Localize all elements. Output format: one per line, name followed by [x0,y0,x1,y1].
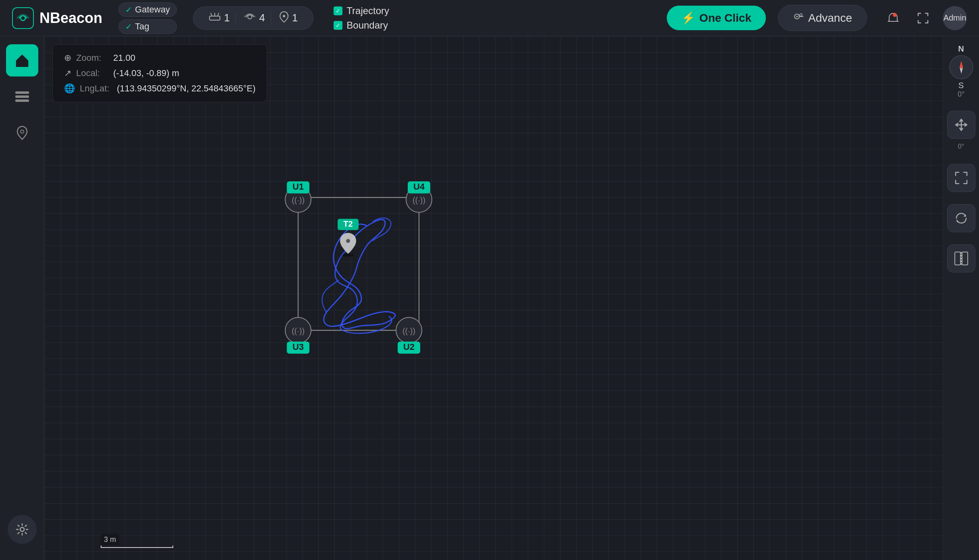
tag-badge: ✓ Tag [118,19,177,34]
tag-device-icon [279,11,289,25]
app-title: NBeacon [39,10,102,27]
svg-point-43 [342,254,354,257]
svg-text:U1: U1 [292,182,304,192]
svg-point-17 [21,130,24,133]
scale-bar: 3 m [101,534,173,548]
local-label: Local: [76,68,108,79]
svg-text:U4: U4 [413,182,425,192]
svg-marker-44 [960,61,963,69]
compass-area: N S 0° [949,44,973,99]
boundary-checkbox[interactable]: ✓ [334,21,342,30]
svg-text:((·)): ((·)) [413,196,425,205]
compass-north-label: N [958,44,964,54]
svg-text:U2: U2 [403,342,415,352]
svg-rect-16 [15,99,29,102]
scale-label: 3 m [101,534,119,546]
svg-point-5 [248,15,252,19]
svg-line-4 [218,13,219,16]
svg-rect-1 [209,16,220,20]
svg-point-6 [283,15,285,17]
device-counters: 1 4 1 [193,6,313,30]
fit-button[interactable] [947,164,975,192]
svg-text:((·)): ((·)) [292,326,305,335]
move-tool-button[interactable] [947,111,975,139]
svg-rect-48 [955,252,960,265]
trajectory-label: Trajectory [346,5,389,17]
one-click-label: One Click [699,12,751,25]
trajectory-checkbox[interactable]: ✓ [334,6,342,15]
map-area[interactable]: ⊕ Zoom: 21.00 ↗ Local: (-14.03, -0.89) m… [44,36,943,560]
svg-point-12 [893,13,897,17]
sidebar-settings-button[interactable] [8,515,37,544]
sidebar-item-map[interactable] [6,117,38,149]
boundary-label: Boundary [346,20,388,31]
notification-button[interactable] [883,8,903,28]
map-options: ✓ Trajectory ✓ Boundary [334,5,389,31]
tag-count: 1 [292,12,298,24]
one-click-button[interactable]: ⚡ One Click [667,6,766,30]
tag-check-icon: ✓ [125,22,132,31]
sidebar-item-list[interactable] [6,81,38,113]
router-icon [209,12,221,24]
scale-line [101,546,173,548]
tag-label: Tag [135,21,149,32]
local-value: (-14.03, -0.89) m [113,68,179,79]
sidebar-item-home[interactable] [6,44,38,76]
user-avatar[interactable]: Admin [943,6,967,30]
fullscreen-button[interactable] [913,8,933,28]
svg-rect-14 [15,91,29,94]
svg-marker-47 [957,220,959,222]
map-svg: ((·)) U1 ((·)) U4 ((·)) U3 ((·)) U2 T2 [44,36,943,560]
header: NBeacon ✓ Gateway ✓ Tag 1 [0,0,979,36]
compass-south-label: S [958,81,964,90]
anchor-icon [244,11,256,25]
trajectory-option[interactable]: ✓ Trajectory [334,5,389,17]
advance-label: Advance [808,12,852,25]
svg-point-8 [796,16,798,17]
router-counter: 1 [203,12,236,24]
local-row: ↗ Local: (-14.03, -0.89) m [64,68,255,79]
svg-text:U3: U3 [292,342,304,352]
right-panel: N S 0° 0° [943,36,979,560]
svg-text:((·)): ((·)) [292,196,305,205]
svg-rect-15 [15,95,29,98]
lnglat-row: 🌐 LngLat: (113.94350299°N, 22.54843665°E… [64,83,255,94]
svg-point-18 [20,527,24,531]
advance-button[interactable]: Advance [778,5,867,31]
svg-rect-19 [298,198,419,331]
advance-icon [793,11,804,25]
status-badges: ✓ Gateway ✓ Tag [118,2,177,34]
lnglat-value: (113.94350299°N, 22.54843665°E) [117,83,255,94]
svg-point-10 [800,14,802,16]
boundary-option[interactable]: ✓ Boundary [334,20,389,31]
svg-text:T2: T2 [343,219,353,228]
sidebar [0,36,44,560]
svg-rect-13 [20,63,24,66]
zoom-value: 21.00 [113,53,135,63]
zoom-row: ⊕ Zoom: 21.00 [64,53,255,63]
svg-text:((·)): ((·)) [402,326,415,335]
header-icons: Admin [883,6,967,30]
logo-icon [12,7,34,29]
split-button[interactable] [947,244,975,273]
refresh-button[interactable] [947,204,975,232]
zoom-icon: ⊕ [64,53,71,63]
compass-indicator[interactable] [949,55,973,79]
tag-counter: 1 [274,11,303,25]
main-layout: ⊕ Zoom: 21.00 ↗ Local: (-14.03, -0.89) m… [0,36,979,560]
lightning-icon: ⚡ [681,11,695,25]
svg-rect-49 [962,252,968,265]
anchor-count: 4 [259,12,265,24]
logo-area: NBeacon [12,7,102,29]
svg-point-42 [346,239,350,243]
move-tool-label: 0° [958,143,964,150]
router-count: 1 [224,12,230,24]
info-overlay: ⊕ Zoom: 21.00 ↗ Local: (-14.03, -0.89) m… [52,44,267,102]
lnglat-label: LngLat: [80,83,112,94]
svg-line-2 [211,13,212,16]
compass-degree: 0° [958,90,964,99]
cursor-icon: ↗ [64,68,71,79]
admin-label: Admin [944,13,967,23]
gateway-check-icon: ✓ [125,5,132,14]
anchor-counter: 4 [238,11,271,25]
